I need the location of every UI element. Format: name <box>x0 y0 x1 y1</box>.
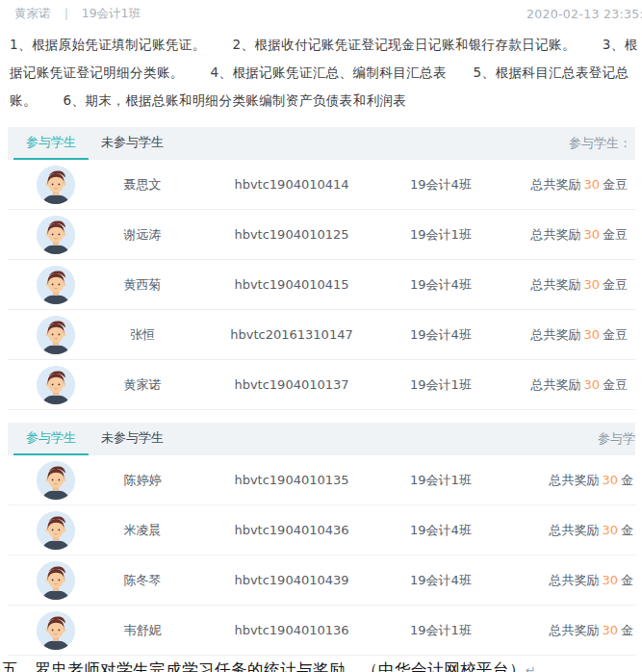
reward-suffix: 金 <box>621 473 633 487</box>
student-row: 米凌晨 hbvtc1904010436 19会计4班 总共奖励30金 <box>8 505 635 556</box>
student-id-cell: hbvtc1904010414 <box>210 177 373 192</box>
reward-value: 30 <box>580 327 603 342</box>
student-meta: 黄家诺 ｜ 19会计1班 <box>14 6 146 22</box>
student-class-cell: 19会计1班 <box>373 376 508 394</box>
avatar <box>37 561 75 600</box>
student-class-cell: 19会计1班 <box>373 472 508 489</box>
reward-cell: 总共奖励30金豆 <box>508 326 628 344</box>
reward-cell: 总共奖励30金 <box>508 522 633 539</box>
reward-suffix: 金 <box>621 573 633 587</box>
avatar <box>37 316 75 354</box>
reward-suffix: 金豆 <box>603 227 628 242</box>
footer-caption: 五、罗忠老师对学生完成学习任务的统计与奖励。（中华会计网校平台）↵ <box>2 659 642 672</box>
reward-cell: 总共奖励30金 <box>508 572 633 589</box>
avatar <box>37 166 75 204</box>
reward-suffix: 金豆 <box>603 177 628 192</box>
reward-prefix: 总共奖励 <box>549 473 599 487</box>
avatar <box>37 511 75 550</box>
student-name-cell: 韦舒妮 <box>75 622 210 639</box>
reward-value: 30 <box>599 623 621 637</box>
student-id-cell: hbvtc1904010439 <box>210 573 373 587</box>
student-name-cell: 米凌晨 <box>75 522 210 539</box>
tabbar-spacer <box>176 423 598 455</box>
tabbar: 参与学生 未参与学生 参与学 <box>8 423 635 455</box>
reward-cell: 总共奖励30金豆 <box>508 176 628 194</box>
reward-value: 30 <box>599 523 621 537</box>
avatar <box>37 216 75 254</box>
student-name-cell: 聂思文 <box>75 176 210 194</box>
reward-cell: 总共奖励30金豆 <box>508 226 628 244</box>
reward-prefix: 总共奖励 <box>530 277 580 292</box>
footer-caption-text: 五、罗忠老师对学生完成学习任务的统计与奖励。（中华会计网校平台） <box>2 660 526 672</box>
participation-panel-2: 参与学生 未参与学生 参与学 陈婷婷 hbvtc1904010135 19会计1… <box>8 423 635 656</box>
reward-prefix: 总共奖励 <box>549 523 599 537</box>
student-class-cell: 19会计4班 <box>373 176 508 194</box>
student-row: 黄家诺 hbvtc1904010137 19会计1班 总共奖励30金豆 <box>8 360 635 410</box>
student-id-cell: hbvtc1904010136 <box>210 623 373 637</box>
student-name-cell: 陈冬琴 <box>75 572 210 589</box>
student-row: 陈冬琴 hbvtc1904010439 19会计4班 总共奖励30金 <box>8 556 635 606</box>
student-class-cell: 19会计4班 <box>373 572 508 589</box>
reward-suffix: 金豆 <box>603 377 628 392</box>
tab-not-participating[interactable]: 未参与学生 <box>89 127 176 160</box>
reward-cell: 总共奖励30金 <box>508 622 633 639</box>
reward-value: 30 <box>580 177 603 192</box>
student-row: 谢远涛 hbvtc1904010125 19会计1班 总共奖励30金豆 <box>8 210 635 260</box>
student-name-cell: 陈婷婷 <box>75 472 210 489</box>
tab-not-participating[interactable]: 未参与学生 <box>89 423 176 455</box>
reward-suffix: 金豆 <box>603 327 628 342</box>
reward-suffix: 金 <box>621 523 633 537</box>
reward-suffix: 金 <box>621 623 633 637</box>
header-student-name: 黄家诺 <box>14 6 51 20</box>
reward-value: 30 <box>580 227 603 242</box>
reward-value: 30 <box>580 277 603 292</box>
reward-cell: 总共奖励30金豆 <box>508 276 628 294</box>
student-id-cell: hbvtc1904010415 <box>210 277 373 292</box>
participants-count-label: 参与学 <box>598 423 635 455</box>
student-row: 聂思文 hbvtc1904010414 19会计4班 总共奖励30金豆 <box>8 160 635 210</box>
student-class-cell: 19会计4班 <box>373 276 508 294</box>
reward-value: 30 <box>599 473 621 487</box>
student-id-cell: hbvtc1904010125 <box>210 227 373 242</box>
student-row: 黄西菊 hbvtc1904010415 19会计4班 总共奖励30金豆 <box>8 260 635 310</box>
student-name-cell: 黄西菊 <box>75 276 210 294</box>
student-id-cell: hbvtc20161310147 <box>210 327 373 342</box>
participation-panel-1: 参与学生 未参与学生 参与学生： 聂思文 hbvtc1904010414 19会… <box>8 127 635 410</box>
reward-value: 30 <box>580 377 603 392</box>
student-id-cell: hbvtc1904010436 <box>210 523 373 537</box>
student-name-cell: 黄家诺 <box>75 376 210 394</box>
task-description: 1、根据原始凭证填制记账凭证。 2、根据收付记账凭证登记现金日记账和银行存款日记… <box>0 22 642 115</box>
reward-cell: 总共奖励30金 <box>508 472 633 489</box>
student-row: 陈婷婷 hbvtc1904010135 19会计1班 总共奖励30金 <box>8 455 635 505</box>
student-class-cell: 19会计4班 <box>373 326 508 344</box>
reward-prefix: 总共奖励 <box>549 573 599 587</box>
reward-prefix: 总共奖励 <box>530 177 580 192</box>
student-row: 韦舒妮 hbvtc1904010136 19会计1班 总共奖励30金 <box>8 606 635 656</box>
avatar <box>37 461 75 500</box>
tab-participating[interactable]: 参与学生 <box>13 423 89 455</box>
student-id-cell: hbvtc1904010137 <box>210 377 373 392</box>
student-row: 张恒 hbvtc20161310147 19会计4班 总共奖励30金豆 <box>8 310 635 360</box>
avatar <box>37 611 75 650</box>
student-class-cell: 19会计1班 <box>373 622 508 639</box>
avatar <box>37 366 75 404</box>
tab-participating[interactable]: 参与学生 <box>13 127 89 160</box>
reward-prefix: 总共奖励 <box>530 377 580 392</box>
reward-cell: 总共奖励30金豆 <box>508 376 628 394</box>
student-name-cell: 谢远涛 <box>75 226 210 244</box>
tabbar-spacer <box>176 127 569 160</box>
reward-prefix: 总共奖励 <box>530 227 580 242</box>
reward-prefix: 总共奖励 <box>549 623 599 637</box>
reward-value: 30 <box>599 573 621 587</box>
participants-count-label: 参与学生： <box>569 127 635 160</box>
student-class-cell: 19会计1班 <box>373 226 508 244</box>
student-id-cell: hbvtc1904010135 <box>210 473 373 487</box>
document-header: 黄家诺 ｜ 19会计1班 2020-02-13 23:35: <box>0 0 642 22</box>
tabbar: 参与学生 未参与学生 参与学生： <box>8 127 635 160</box>
reward-suffix: 金豆 <box>603 277 628 292</box>
reward-prefix: 总共奖励 <box>530 327 580 342</box>
paragraph-mark-icon: ↵ <box>526 663 536 672</box>
timestamp: 2020-02-13 23:35: <box>526 7 642 21</box>
student-class-cell: 19会计4班 <box>373 522 508 539</box>
student-name-cell: 张恒 <box>75 326 210 344</box>
